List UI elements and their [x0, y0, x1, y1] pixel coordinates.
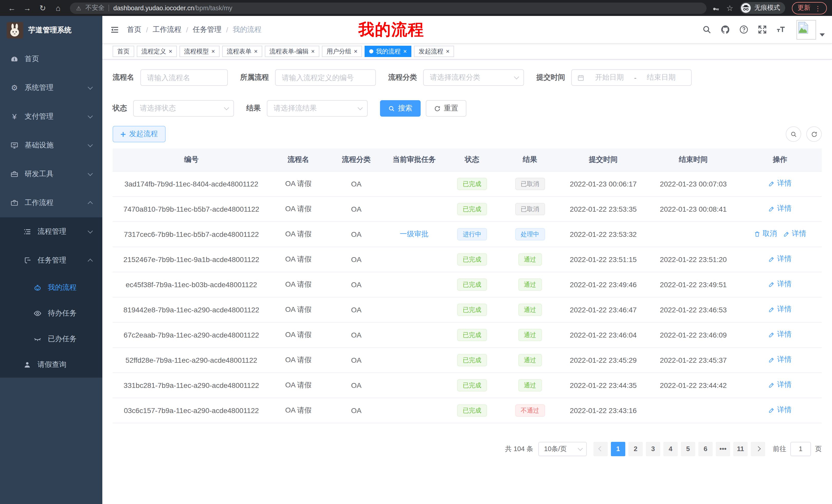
breadcrumb-current: 我的流程: [233, 25, 261, 34]
process-name-input[interactable]: [140, 69, 228, 86]
submit-time-range-picker[interactable]: 开始日期 - 结束日期: [571, 69, 692, 86]
eye-closed-icon: [33, 335, 42, 343]
page-button[interactable]: 3: [646, 442, 660, 456]
tab-close-icon[interactable]: [311, 48, 315, 54]
browser-menu-icon[interactable]: [814, 3, 821, 12]
user-avatar-area[interactable]: [797, 20, 825, 39]
sidebar-item-todo-tasks[interactable]: 待办任务: [0, 301, 102, 326]
search-icon[interactable]: [702, 25, 712, 34]
sidebar-item-done-tasks[interactable]: 已办任务: [0, 326, 102, 352]
incognito-label: 无痕模式: [754, 4, 780, 12]
tab-process-model[interactable]: 流程模型: [179, 46, 219, 57]
cell-actions: 详情: [738, 322, 822, 347]
github-icon[interactable]: [721, 25, 730, 34]
browser-reload-icon[interactable]: [36, 3, 49, 12]
detail-link[interactable]: 详情: [783, 229, 806, 239]
tab-home[interactable]: 首页: [113, 46, 134, 57]
sidebar-item-home[interactable]: 首页: [0, 45, 102, 74]
cell-end-time: [648, 221, 738, 247]
cell-submit-time: 2022-01-22 23:53:35: [558, 196, 648, 221]
status-select[interactable]: 请选择状态: [133, 100, 234, 117]
sidebar-item-payment[interactable]: ¥ 支付管理: [0, 102, 102, 131]
sidebar-item-workflow[interactable]: 工作流程: [0, 189, 102, 217]
end-date-placeholder: 结束日期: [636, 73, 686, 82]
tab-close-icon[interactable]: [169, 48, 172, 54]
tab-process-form-edit[interactable]: 流程表单-编辑: [265, 46, 319, 57]
browser-home-icon[interactable]: [51, 4, 65, 12]
cell-id: 03c6c157-7b9a-11ec-a290-acde48001122: [113, 398, 270, 423]
page-button[interactable]: 2: [628, 442, 643, 456]
detail-link[interactable]: 详情: [769, 405, 791, 415]
fullscreen-icon[interactable]: [757, 25, 767, 34]
browser-forward-icon[interactable]: [21, 4, 34, 12]
cell-actions: 取消详情: [738, 221, 822, 247]
page-button[interactable]: 6: [698, 442, 713, 456]
browser-update-button[interactable]: 更新: [792, 2, 827, 14]
security-warning-icon[interactable]: [76, 4, 81, 11]
page-button[interactable]: 4: [663, 442, 678, 456]
detail-link[interactable]: 详情: [769, 305, 791, 314]
tab-my-process[interactable]: 我的流程: [365, 46, 411, 57]
goto-page-input[interactable]: [790, 442, 811, 456]
current-task-link[interactable]: 一级审批: [400, 229, 428, 237]
app-logo-image: [7, 22, 23, 38]
detail-link[interactable]: 详情: [769, 381, 791, 390]
result-badge: 通过: [518, 303, 542, 316]
tab-close-icon[interactable]: [403, 48, 407, 54]
page-size-select[interactable]: 10条/页: [538, 442, 587, 456]
browser-back-icon[interactable]: [5, 4, 19, 12]
detail-link[interactable]: 详情: [769, 204, 791, 214]
sidebar-item-task-management[interactable]: 任务管理: [0, 246, 102, 275]
prev-page-button[interactable]: [593, 442, 608, 456]
sidebar-item-devtools[interactable]: 研发工具: [0, 160, 102, 189]
page-button[interactable]: 11: [733, 442, 748, 456]
tab-process-form[interactable]: 流程表单: [222, 46, 262, 57]
detail-link[interactable]: 详情: [769, 280, 791, 289]
sidebar-item-leave-query[interactable]: 请假查询: [0, 352, 102, 377]
detail-link[interactable]: 详情: [769, 355, 791, 365]
process-definition-input[interactable]: [275, 69, 376, 86]
breadcrumb-item[interactable]: 任务管理: [193, 25, 222, 34]
breadcrumb-item[interactable]: 工作流程: [153, 25, 182, 34]
sidebar-item-infrastructure[interactable]: 基础设施: [0, 131, 102, 160]
start-process-button[interactable]: 发起流程: [113, 126, 165, 142]
tab-process-definition[interactable]: 流程定义: [137, 46, 177, 57]
tab-close-icon[interactable]: [446, 48, 449, 54]
process-category-select[interactable]: 请选择流程分类: [423, 69, 524, 86]
tab-close-icon[interactable]: [211, 48, 215, 54]
help-icon[interactable]: [739, 25, 749, 34]
avatar[interactable]: [797, 20, 816, 39]
tab-close-icon[interactable]: [254, 48, 258, 54]
cancel-link[interactable]: 取消: [754, 229, 777, 239]
breadcrumb-item[interactable]: 首页: [127, 25, 141, 34]
sidebar-item-system[interactable]: ⚙ 系统管理: [0, 74, 102, 102]
address-bar[interactable]: 不安全 dashboard.yudao.iocoder.cn/bpm/task/…: [70, 2, 706, 13]
reset-button[interactable]: 重置: [426, 100, 466, 117]
sidebar-item-process-management[interactable]: 流程管理: [0, 217, 102, 246]
app-window: 芋道管理系统 首页 ⚙ 系统管理 ¥ 支付管理: [0, 16, 832, 504]
trash-icon: [754, 231, 760, 237]
sidebar-toggle-icon[interactable]: [102, 25, 127, 34]
sidebar-item-my-process[interactable]: 我的流程: [0, 275, 102, 301]
result-select[interactable]: 请选择流结果: [267, 100, 368, 117]
search-button[interactable]: 搜索: [380, 100, 421, 117]
page-button[interactable]: •••: [716, 442, 730, 456]
cell-current-task: [386, 347, 442, 372]
page-button-current[interactable]: 1: [611, 442, 625, 456]
tab-close-icon[interactable]: [354, 48, 357, 54]
detail-link[interactable]: 详情: [769, 179, 791, 188]
next-page-button[interactable]: [751, 442, 765, 456]
avatar-caret-icon[interactable]: [820, 33, 825, 36]
page-list: 123456•••11: [609, 442, 749, 456]
cell-current-task: [386, 297, 442, 322]
detail-link[interactable]: 详情: [769, 255, 791, 264]
password-key-icon[interactable]: [711, 4, 720, 12]
tab-user-group[interactable]: 用户分组: [322, 46, 362, 57]
bookmark-star-icon[interactable]: [726, 3, 733, 12]
table-search-toggle-button[interactable]: [786, 127, 801, 142]
tab-start-process[interactable]: 发起流程: [414, 46, 454, 57]
detail-link[interactable]: 详情: [769, 330, 791, 339]
font-size-icon[interactable]: [776, 25, 786, 34]
page-button[interactable]: 5: [681, 442, 695, 456]
table-refresh-button[interactable]: [806, 127, 822, 142]
